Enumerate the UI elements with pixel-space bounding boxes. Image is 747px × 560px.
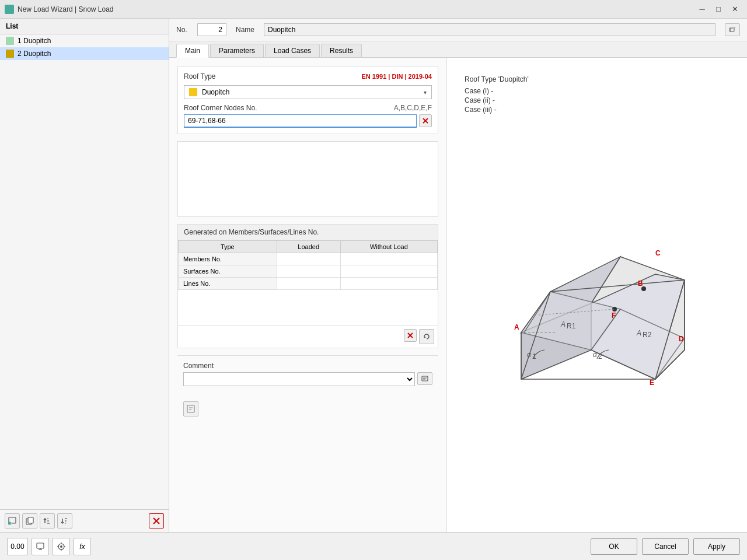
row2-loaded	[277, 265, 340, 278]
no-label: No.	[176, 26, 188, 34]
generated-table: Type Loaded Without Load Members No.	[178, 240, 438, 290]
row1-type: Members No.	[179, 253, 277, 265]
sort-up-button[interactable]	[40, 513, 55, 528]
roof-type-select[interactable]: Duopitch ▾	[184, 85, 432, 99]
comment-extra-button[interactable]	[183, 401, 198, 416]
left-panel-toolbar: +	[0, 509, 169, 532]
view-button[interactable]	[32, 538, 49, 555]
table-row: Lines No.	[179, 278, 438, 290]
svg-line-17	[734, 27, 735, 28]
col-type: Type	[179, 241, 277, 253]
roof-info: Roof Type 'Duopitch' Case (i) - Case (ii…	[459, 69, 735, 121]
roof-diagram-svg: C D A B E F A R1 A R	[474, 233, 720, 408]
svg-text:B: B	[638, 279, 643, 288]
svg-text:D: D	[679, 335, 684, 343]
refresh-button[interactable]	[419, 329, 434, 344]
value-display-button[interactable]: 0.00	[7, 538, 28, 555]
table-row: Surfaces No.	[179, 265, 438, 278]
svg-rect-15	[729, 28, 734, 32]
col-without-load: Without Load	[340, 241, 437, 253]
col-loaded: Loaded	[277, 241, 340, 253]
svg-text:A: A	[514, 323, 519, 331]
row3-without	[340, 278, 437, 290]
minimize-button[interactable]: ─	[694, 4, 710, 15]
name-label: Name	[236, 26, 254, 34]
corner-input-row: 69-71,68-66	[184, 114, 432, 128]
comment-label: Comment	[183, 362, 432, 370]
tab-parameters[interactable]: Parameters	[210, 44, 264, 57]
svg-rect-4	[28, 517, 33, 523]
comment-select[interactable]	[183, 372, 415, 386]
left-panel: List 1 Duopitch 2 Duopitch +	[0, 19, 169, 532]
no-name-row: No. 2 Name Duopitch	[169, 19, 747, 41]
corner-nodes-input[interactable]: 69-71,68-66	[184, 114, 417, 128]
list-item-selected[interactable]: 2 Duopitch	[0, 47, 169, 60]
dropdown-arrow-icon: ▾	[424, 89, 427, 96]
comment-row	[183, 372, 432, 386]
sort-down-button[interactable]	[57, 513, 72, 528]
corner-nodes-label: Roof Corner Nodes No.	[184, 104, 389, 112]
apply-button[interactable]: Apply	[693, 538, 740, 555]
svg-text:C: C	[655, 249, 661, 257]
corner-nodes-label-row: Roof Corner Nodes No. A,B,C,D,E,F	[184, 104, 432, 112]
table-clear-button[interactable]	[404, 329, 417, 342]
copy-item-button[interactable]	[22, 513, 37, 528]
window-title: New Load Wizard | Snow Load	[18, 5, 114, 13]
roof-diagram-title: Roof Type 'Duopitch'	[465, 75, 729, 83]
list-item-label-2: 2 Duopitch	[18, 50, 51, 58]
diagram-panel: Roof Type 'Duopitch' Case (i) - Case (ii…	[446, 58, 747, 532]
comment-action-button[interactable]	[417, 372, 432, 385]
roof-type-selected-text: Duopitch	[202, 88, 419, 96]
roof-type-field-row: Roof Type EN 1991 | DIN | 2019-04	[184, 72, 432, 80]
tab-results[interactable]: Results	[321, 44, 362, 57]
form-panel: Roof Type EN 1991 | DIN | 2019-04 Duopit…	[169, 58, 446, 532]
row3-loaded	[277, 278, 340, 290]
svg-text:+: +	[9, 518, 13, 525]
roof-case-2: Case (ii) -	[465, 96, 729, 104]
row2-type: Surfaces No.	[179, 265, 277, 278]
title-bar: New Load Wizard | Snow Load ─ □ ✕	[0, 0, 747, 19]
cancel-button[interactable]: Cancel	[642, 538, 689, 555]
row3-type: Lines No.	[179, 278, 277, 290]
add-item-button[interactable]: +	[5, 513, 20, 528]
corner-clear-button[interactable]	[419, 114, 432, 127]
svg-text:E: E	[650, 379, 654, 387]
name-input[interactable]: Duopitch	[264, 23, 715, 36]
roof-type-color-swatch	[189, 88, 197, 96]
comment-section: Comment	[177, 355, 438, 392]
action-buttons: OK Cancel Apply	[591, 538, 740, 555]
generated-header: Generated on Members/Surfaces/Lines No.	[178, 225, 438, 240]
node-select-button[interactable]	[53, 538, 70, 555]
roof-type-section: Roof Type EN 1991 | DIN | 2019-04 Duopit…	[177, 66, 438, 134]
svg-text:A: A	[560, 320, 566, 328]
roof-type-label: Roof Type	[184, 72, 357, 80]
list-items: 1 Duopitch 2 Duopitch	[0, 34, 169, 509]
tab-loadcases[interactable]: Load Cases	[265, 44, 320, 57]
corner-nodes-alignment: A,B,C,D,E,F	[394, 104, 432, 112]
item-color-2	[6, 50, 14, 58]
tabs: Main Parameters Load Cases Results	[169, 41, 747, 58]
row1-loaded	[277, 253, 340, 265]
svg-rect-25	[187, 405, 194, 412]
svg-text:2: 2	[598, 352, 602, 360]
maximize-button[interactable]: □	[711, 4, 726, 15]
close-button[interactable]: ✕	[727, 4, 742, 15]
list-item[interactable]: 1 Duopitch	[0, 34, 169, 47]
roof-case-1: Case (i) -	[465, 87, 729, 95]
svg-text:α: α	[593, 351, 598, 359]
row1-without	[340, 253, 437, 265]
svg-text:R1: R1	[567, 322, 576, 330]
tab-main[interactable]: Main	[176, 44, 209, 58]
svg-text:α: α	[527, 351, 532, 359]
row2-without	[340, 265, 437, 278]
edit-name-button[interactable]	[725, 23, 740, 36]
function-button[interactable]: fx	[74, 538, 91, 555]
app-icon	[5, 5, 14, 14]
svg-text:R2: R2	[643, 331, 652, 339]
generated-section: Generated on Members/Surfaces/Lines No. …	[177, 224, 438, 348]
ok-button[interactable]: OK	[591, 538, 637, 555]
svg-text:F: F	[612, 312, 616, 320]
svg-rect-22	[422, 376, 428, 381]
delete-item-button[interactable]	[149, 513, 164, 528]
no-input[interactable]: 2	[197, 23, 226, 36]
